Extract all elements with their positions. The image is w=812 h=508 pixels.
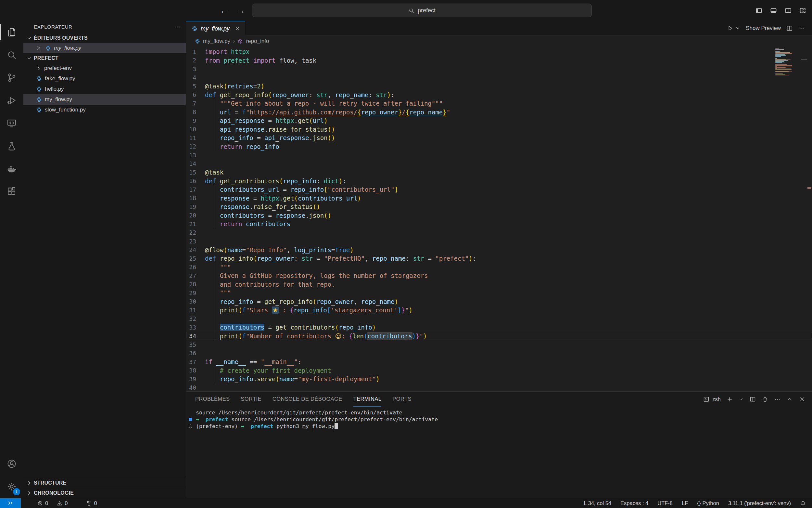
section-open-editors[interactable]: ÉDITEURS OUVERTS: [23, 33, 186, 43]
account-icon: [6, 459, 17, 469]
activity-item-explorer[interactable]: [0, 21, 23, 44]
ellipsis-icon[interactable]: [798, 25, 806, 32]
activity-item-source-control[interactable]: [0, 66, 23, 89]
panel-tab-sortie[interactable]: SORTIE: [241, 392, 261, 407]
shell-selector[interactable]: zsh: [703, 396, 721, 403]
close-icon[interactable]: [36, 45, 42, 51]
file-item-fake_flow.py[interactable]: fake_flow.py: [23, 74, 186, 84]
breadcrumb-separator: ›: [233, 38, 235, 45]
remote-indicator[interactable]: [0, 498, 21, 508]
add-terminal-icon[interactable]: [726, 396, 733, 403]
tab-my-flow[interactable]: my_flow.py: [186, 21, 245, 36]
line-number: 5: [186, 83, 205, 90]
layout-panel-icon[interactable]: [769, 6, 777, 15]
status-item[interactable]: LF: [682, 500, 688, 506]
code-line: 25def repo_info(repo_owner: str = "Prefe…: [186, 254, 812, 263]
activity-bar: 1: [0, 21, 23, 498]
terminal-line: source /Users/henricourdent/git/prefect/…: [196, 409, 812, 416]
status-text: 3.11.1 ('prefect-env': venv): [728, 500, 791, 506]
activity-item-accounts[interactable]: [0, 453, 23, 475]
file-item-hello.py[interactable]: hello.py: [23, 84, 186, 94]
panel-tab-probl-mes[interactable]: PROBLÈMES: [195, 392, 230, 407]
status-item[interactable]: 0: [56, 500, 67, 506]
code-line: 5@task(retries=2): [186, 82, 812, 91]
code-line: 4: [186, 74, 812, 82]
breadcrumb[interactable]: my_flow.py › repo_info: [186, 36, 812, 47]
command-center-search[interactable]: prefect: [252, 4, 592, 17]
panel-tab-terminal[interactable]: TERMINAL: [353, 392, 382, 407]
panel-tab-console-de-d-bogage[interactable]: CONSOLE DE DÉBOGAGE: [273, 392, 342, 407]
file-item-slow_function.py[interactable]: slow_function.py: [23, 104, 186, 115]
code-line: 8 url = f"https://api.github.com/repos/{…: [186, 108, 812, 117]
file-label: my_flow.py: [54, 45, 81, 51]
status-text: Espaces : 4: [620, 500, 648, 506]
close-icon[interactable]: [235, 26, 240, 32]
status-item[interactable]: L 34, col 54: [584, 500, 611, 506]
editor-actions: Show Preview: [727, 21, 812, 36]
nav-forward-button[interactable]: →: [235, 5, 247, 16]
file-item-my_flow.py[interactable]: my_flow.py: [23, 94, 186, 104]
code-editor[interactable]: 1import httpx2from prefect import flow, …: [186, 47, 812, 391]
layout-customize-icon[interactable]: [799, 6, 807, 15]
python-file-icon: [36, 75, 42, 82]
status-text: 0: [45, 500, 48, 506]
activity-item-run-debug[interactable]: [0, 89, 23, 112]
source-control-icon: [6, 72, 17, 83]
breadcrumb-symbol[interactable]: repo_info: [246, 38, 269, 45]
folder-item-prefect-env[interactable]: prefect-env: [23, 63, 186, 74]
status-item[interactable]: UTF-8: [657, 500, 673, 506]
line-number: 24: [186, 246, 205, 253]
line-number: 19: [186, 204, 205, 210]
command-decoration-icon[interactable]: [189, 418, 192, 421]
chevron-down-icon[interactable]: [738, 396, 744, 402]
status-item[interactable]: { }Python: [697, 500, 719, 506]
activity-item-settings[interactable]: 1: [0, 475, 23, 498]
section-timeline[interactable]: CHRONOLOGIE: [23, 488, 186, 498]
activity-item-extensions[interactable]: [0, 180, 23, 203]
open-editor-item[interactable]: my_flow.py: [23, 43, 186, 53]
show-preview-button[interactable]: Show Preview: [746, 25, 781, 32]
status-item[interactable]: [800, 500, 806, 506]
panel-tab-ports[interactable]: PORTS: [392, 392, 412, 407]
split-terminal-icon[interactable]: [749, 396, 756, 403]
code-line: 37if __name__ == "__main__":: [186, 357, 812, 366]
ellipsis-icon[interactable]: [774, 396, 781, 403]
chevron-up-icon[interactable]: [786, 396, 793, 403]
testing-icon: [6, 140, 17, 152]
breadcrumb-file[interactable]: my_flow.py: [203, 38, 230, 45]
section-label: ÉDITEURS OUVERTS: [34, 35, 88, 41]
section-workspace[interactable]: PREFECT: [23, 53, 186, 63]
activity-item-remote-explorer[interactable]: [0, 112, 23, 134]
minimap[interactable]: [775, 47, 793, 77]
status-item[interactable]: 0: [86, 500, 97, 506]
python-file-icon: [36, 86, 42, 92]
status-item[interactable]: Espaces : 4: [620, 500, 648, 506]
activity-item-testing[interactable]: [0, 134, 23, 157]
code-line: 20 contributors = response.json(): [186, 211, 812, 220]
command-decoration-icon[interactable]: [189, 424, 192, 428]
status-text: L 34, col 54: [584, 500, 611, 506]
nav-back-button[interactable]: ←: [218, 5, 230, 16]
section-outline[interactable]: STRUCTURE: [23, 478, 186, 488]
chevron-down-icon[interactable]: [735, 25, 741, 31]
split-editor-icon[interactable]: [786, 25, 793, 32]
activity-item-docker[interactable]: [0, 157, 23, 180]
python-file-icon: [36, 96, 42, 103]
run-button[interactable]: [727, 25, 734, 32]
line-number: 16: [186, 177, 205, 184]
status-item[interactable]: 3.11.1 ('prefect-env': venv): [728, 500, 791, 506]
chevron-down-icon: [26, 55, 33, 61]
files-icon: [6, 27, 17, 38]
terminal[interactable]: source /Users/henricourdent/git/prefect/…: [186, 407, 812, 498]
close-icon[interactable]: [799, 396, 806, 403]
file-label: prefect-env: [44, 65, 72, 72]
code-line: 11 repo_info = api_response.json(): [186, 134, 812, 142]
trash-icon[interactable]: [762, 396, 768, 403]
code-line: 31 print(f"Stars ★ : {repo_info['stargaz…: [186, 306, 812, 314]
code-line: 3: [186, 65, 812, 74]
layout-sidebar-left-icon[interactable]: [755, 6, 763, 15]
ellipsis-icon[interactable]: [174, 24, 181, 31]
activity-item-search[interactable]: [0, 44, 23, 66]
layout-sidebar-right-icon[interactable]: [784, 6, 792, 15]
status-item[interactable]: 0: [37, 500, 48, 506]
